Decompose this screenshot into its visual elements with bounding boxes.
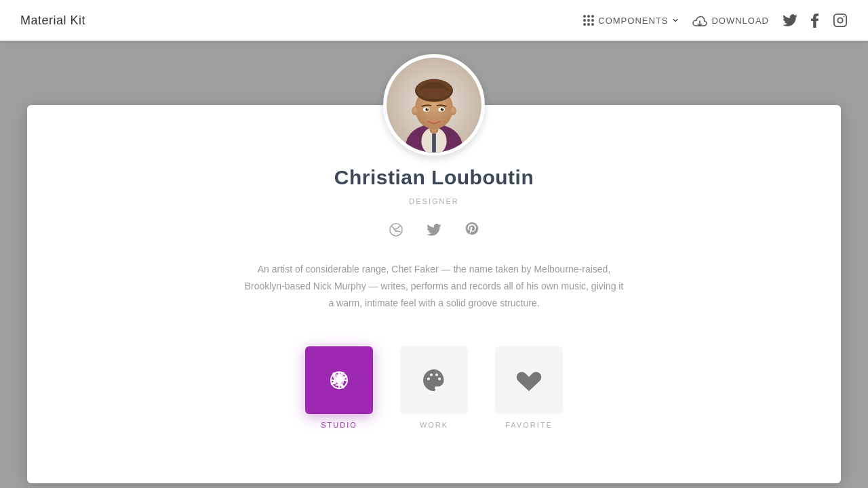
dribbble-icon[interactable] (385, 219, 407, 241)
svg-rect-1 (834, 14, 846, 26)
facebook-nav-icon[interactable] (811, 13, 819, 28)
avatar (383, 54, 485, 156)
instagram-nav-icon[interactable] (833, 13, 848, 28)
navbar-right: COMPONENTS DOWNLOAD (583, 13, 848, 28)
chevron-down-icon (672, 17, 679, 24)
components-label: COMPONENTS (598, 16, 668, 26)
svg-point-17 (427, 108, 428, 109)
brand-logo[interactable]: Material Kit (20, 14, 85, 28)
studio-tab-button[interactable] (305, 346, 373, 414)
svg-point-2 (837, 18, 842, 22)
svg-point-16 (441, 108, 444, 111)
cloud-download-icon (692, 14, 707, 26)
download-label: DOWNLOAD (711, 16, 769, 26)
components-menu[interactable]: COMPONENTS (583, 15, 679, 26)
social-row (27, 219, 841, 241)
svg-point-21 (390, 224, 402, 236)
svg-point-18 (442, 108, 443, 109)
work-tab-label: WORK (420, 421, 448, 429)
grid-icon (583, 15, 594, 26)
tab-favorite[interactable]: FAVORITE (495, 346, 563, 429)
svg-point-19 (412, 106, 418, 115)
svg-rect-8 (432, 134, 436, 152)
pinterest-icon[interactable] (461, 219, 483, 241)
work-tab-button[interactable] (400, 346, 468, 414)
download-button[interactable]: DOWNLOAD (692, 14, 769, 26)
main-background: Christian Louboutin DESIGNER (0, 41, 868, 488)
favorite-tab-button[interactable] (495, 346, 563, 414)
twitter-profile-icon[interactable] (423, 219, 445, 241)
favorite-tab-label: FAVORITE (505, 421, 553, 429)
profile-title: DESIGNER (27, 197, 841, 205)
profile-card: Christian Louboutin DESIGNER (27, 105, 841, 483)
twitter-nav-icon[interactable] (783, 14, 797, 26)
bio-text: An artist of considerable range, Chet Fa… (231, 261, 637, 312)
tabs-row: STUDIO WORK (27, 346, 841, 429)
tab-work[interactable]: WORK (400, 346, 468, 429)
tab-studio[interactable]: STUDIO (305, 346, 373, 429)
svg-point-3 (844, 16, 845, 18)
profile-name: Christian Louboutin (27, 166, 841, 189)
svg-point-20 (450, 106, 456, 115)
studio-tab-label: STUDIO (321, 421, 357, 429)
svg-point-15 (425, 108, 429, 111)
navbar: Material Kit COMPONENTS DOWNLOAD (0, 0, 868, 41)
